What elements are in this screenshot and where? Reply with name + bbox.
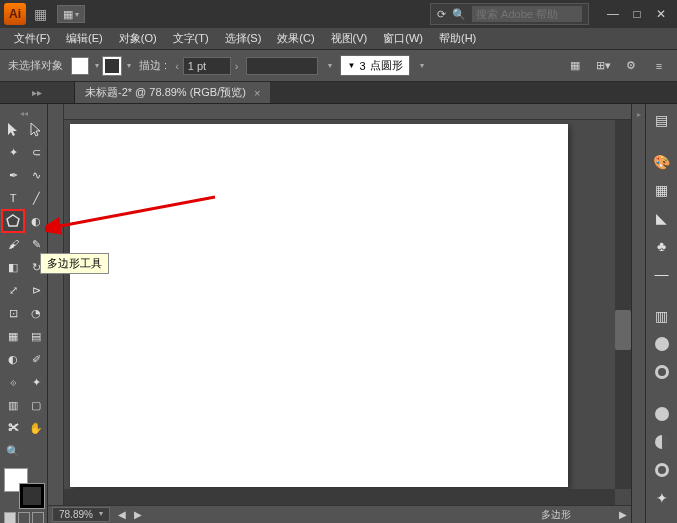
maximize-button[interactable]: □ — [625, 4, 649, 24]
style-dropdown[interactable] — [246, 57, 318, 75]
workspace-switcher[interactable]: ▦▾ — [57, 5, 85, 23]
stroke-decrement-icon[interactable]: ‹ — [175, 60, 179, 72]
help-search-box[interactable]: ⟳ 🔍 — [430, 3, 589, 25]
menu-view[interactable]: 视图(V) — [325, 29, 374, 48]
stroke-swatch[interactable] — [103, 57, 121, 75]
selection-status: 未选择对象 — [8, 58, 63, 73]
scrollbar-horizontal[interactable] — [64, 489, 615, 505]
menu-select[interactable]: 选择(S) — [219, 29, 268, 48]
menu-edit[interactable]: 编辑(E) — [60, 29, 109, 48]
menu-type[interactable]: 文字(T) — [167, 29, 215, 48]
fill-swatch[interactable] — [71, 57, 89, 75]
scrollbar-vertical[interactable] — [615, 120, 631, 489]
mesh-tool[interactable]: ▤ — [25, 325, 47, 347]
lasso-tool[interactable]: ⊂ — [25, 141, 47, 163]
menu-bar: 文件(F) 编辑(E) 对象(O) 文字(T) 选择(S) 效果(C) 视图(V… — [0, 28, 677, 50]
stroke-color-swatch[interactable] — [20, 484, 44, 508]
eyedropper-tool[interactable]: ✐ — [25, 348, 47, 370]
menu-window[interactable]: 窗口(W) — [377, 29, 429, 48]
menu-help[interactable]: 帮助(H) — [433, 29, 482, 48]
artboard[interactable] — [70, 124, 568, 487]
minimize-button[interactable]: — — [601, 4, 625, 24]
panel-menu-icon[interactable]: ≡ — [649, 57, 669, 75]
gradient-tool[interactable]: ◐ — [2, 348, 24, 370]
polygon-tool[interactable] — [2, 210, 24, 232]
artboards-panel-icon[interactable] — [650, 458, 674, 482]
pencil-tool[interactable]: ✎ — [25, 233, 47, 255]
panel-expand-handle[interactable]: ▸▸ — [0, 82, 75, 103]
ruler-vertical — [48, 104, 64, 505]
paintbrush-tool[interactable]: 🖌 — [2, 233, 24, 255]
zoom-tool[interactable]: 🔍 — [2, 440, 24, 462]
width-tool[interactable]: ⊳ — [25, 279, 47, 301]
stroke-label: 描边 : — [139, 58, 167, 73]
draw-mode-normal[interactable] — [4, 512, 16, 523]
nav-next-icon[interactable]: ▶ — [134, 509, 142, 520]
tab-close-icon[interactable]: × — [254, 87, 260, 99]
tools-handle-icon[interactable]: ◂◂ — [2, 108, 45, 118]
symbol-sprayer-tool[interactable]: ✦ — [25, 371, 47, 393]
status-bar: 78.89%▾ ◀ ▶ 多边形 ▶ — [48, 505, 631, 523]
artboard-tool[interactable]: ▢ — [25, 394, 47, 416]
close-button[interactable]: ✕ — [649, 4, 673, 24]
appearance-panel-icon[interactable] — [650, 360, 674, 384]
draw-mode-inside[interactable] — [32, 512, 44, 523]
graphic-styles-panel-icon[interactable] — [650, 402, 674, 426]
symbols-panel-icon[interactable]: ♣ — [650, 234, 674, 258]
align-icon[interactable]: ▦ — [565, 57, 585, 75]
search-input[interactable] — [472, 6, 582, 22]
gradient-panel-icon[interactable]: ▥ — [650, 304, 674, 328]
shape-builder-tool[interactable]: ◔ — [25, 302, 47, 324]
transparency-panel-icon[interactable] — [650, 332, 674, 356]
bridge-icon[interactable]: ▦ — [34, 6, 47, 22]
current-tool-label: 多边形 — [541, 508, 571, 522]
control-bar: 未选择对象 ▾ ▾ 描边 : ‹ › ▾ ▼ 3 点圆形 ▾ ▦ ⊞▾ ⚙ ≡ — [0, 50, 677, 82]
nav-prev-icon[interactable]: ◀ — [118, 509, 126, 520]
scale-tool[interactable]: ⤢ — [2, 279, 24, 301]
eraser-tool[interactable]: ◧ — [2, 256, 24, 278]
layers-panel-icon[interactable] — [650, 430, 674, 454]
stroke-panel-icon[interactable]: — — [650, 262, 674, 286]
document-tab[interactable]: 未标题-2* @ 78.89% (RGB/预览) × — [75, 82, 270, 103]
menu-object[interactable]: 对象(O) — [113, 29, 163, 48]
opacity-value[interactable]: 3 — [359, 60, 365, 72]
pen-tool[interactable]: ✒ — [2, 164, 24, 186]
document-tabs: ▸▸ 未标题-2* @ 78.89% (RGB/预览) × — [0, 82, 677, 104]
brushes-panel-icon[interactable]: ◣ — [650, 206, 674, 230]
line-tool[interactable]: ╱ — [25, 187, 47, 209]
search-icon: 🔍 — [452, 8, 466, 21]
svg-marker-0 — [7, 215, 19, 226]
swatches-panel-icon[interactable]: ▦ — [650, 178, 674, 202]
shape-tool[interactable]: ◐ — [25, 210, 47, 232]
hand-tool[interactable]: ✋ — [25, 417, 47, 439]
direct-selection-tool[interactable] — [25, 118, 47, 140]
menu-effect[interactable]: 效果(C) — [271, 29, 320, 48]
free-transform-tool[interactable]: ⊡ — [2, 302, 24, 324]
stroke-width-input[interactable] — [183, 57, 231, 75]
doc-setup-icon[interactable]: ⊞▾ — [593, 57, 613, 75]
title-bar: Ai ▦ ▦▾ ⟳ 🔍 — □ ✕ — [0, 0, 677, 28]
color-panel-icon[interactable]: 🎨 — [650, 150, 674, 174]
slice-tool[interactable]: ✀ — [2, 417, 24, 439]
perspective-tool[interactable]: ▦ — [2, 325, 24, 347]
canvas-area: 78.89%▾ ◀ ▶ 多边形 ▶ — [48, 104, 631, 523]
menu-file[interactable]: 文件(F) — [8, 29, 56, 48]
fill-stroke-control[interactable] — [4, 468, 44, 508]
app-logo-icon: Ai — [4, 3, 26, 25]
blend-tool[interactable]: ⟐ — [2, 371, 24, 393]
stroke-increment-icon[interactable]: › — [235, 60, 239, 72]
draw-mode-behind[interactable] — [18, 512, 30, 523]
canvas[interactable] — [64, 120, 631, 505]
right-panel-dock: ▤ 🎨 ▦ ◣ ♣ — ▥ ✦ — [645, 104, 677, 523]
type-tool[interactable]: T — [2, 187, 24, 209]
panel-collapse-strip[interactable]: ▸ — [631, 104, 645, 523]
prefs-icon[interactable]: ⚙ — [621, 57, 641, 75]
ruler-horizontal — [64, 104, 631, 120]
more-panel-icon[interactable]: ✦ — [650, 486, 674, 510]
selection-tool[interactable] — [2, 118, 24, 140]
zoom-level[interactable]: 78.89%▾ — [52, 507, 110, 522]
curvature-tool[interactable]: ∿ — [25, 164, 47, 186]
column-graph-tool[interactable]: ▥ — [2, 394, 24, 416]
library-panel-icon[interactable]: ▤ — [650, 108, 674, 132]
magic-wand-tool[interactable]: ✦ — [2, 141, 24, 163]
